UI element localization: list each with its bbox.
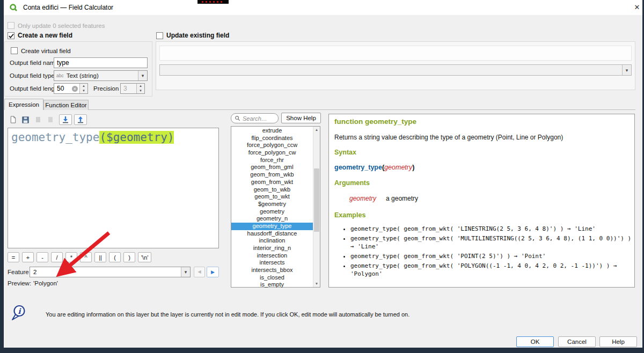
function-list-item[interactable]: geom_to_wkt	[231, 193, 313, 201]
close-button[interactable]: ✕	[627, 0, 644, 15]
output-field-type-label: Output field type	[10, 72, 55, 79]
help-title: function geometry_type	[334, 117, 416, 126]
function-help-panel: function geometry_type Returns a string …	[328, 114, 635, 288]
expression-function-token: geometry_type	[11, 131, 99, 144]
ok-button[interactable]: OK	[516, 336, 554, 347]
function-list-scrollbar[interactable]: ▲ ▼	[313, 127, 320, 287]
tab-function-editor[interactable]: Function Editor	[43, 100, 89, 110]
function-list-item[interactable]: force_polygon_cw	[231, 149, 313, 157]
argument-name: geometry	[349, 195, 376, 202]
chevron-down-icon: ▾	[622, 65, 631, 75]
checkbox-only-update-selected: Only update 0 selected features	[8, 22, 105, 29]
checkbox-label: Create a new field	[18, 32, 72, 39]
screen-artifact	[197, 0, 229, 4]
operator-button[interactable]: '\n'	[138, 252, 151, 262]
scroll-thumb[interactable]	[314, 168, 319, 232]
operator-button[interactable]: +	[22, 252, 34, 262]
new-expression-button[interactable]	[8, 114, 19, 125]
search-input[interactable]	[243, 115, 273, 122]
clear-icon[interactable]: ✕	[72, 86, 78, 92]
spin-down-icon: ▼	[137, 89, 144, 93]
function-list-panel: extrudeflip_coordinatesforce_polygon_ccw…	[231, 126, 320, 288]
operator-button[interactable]: =	[8, 252, 19, 262]
function-list-item[interactable]: intersects_bbox	[231, 267, 313, 274]
syntax-function-name: geometry_type	[334, 164, 382, 171]
preview-row: Preview:'Polygon'	[8, 280, 58, 286]
tab-expression[interactable]: Expression	[4, 99, 43, 110]
operator-button[interactable]: -	[36, 252, 48, 262]
operator-button[interactable]: ^	[80, 252, 92, 262]
info-icon: i	[10, 304, 29, 321]
function-list-item[interactable]: geom_from_gml	[231, 164, 313, 171]
function-list-item[interactable]: intersects	[231, 259, 313, 267]
checkbox-create-new-field[interactable]: Create a new field	[8, 32, 72, 39]
function-list-item[interactable]: geom_from_wkt	[231, 179, 313, 186]
checkbox-create-virtual-field[interactable]: Create virtual field	[11, 47, 71, 54]
function-list-item[interactable]: extrude	[231, 127, 313, 135]
function-list-item[interactable]: force_polygon_ccw	[231, 142, 313, 149]
output-field-name-label: Output field name	[10, 60, 58, 66]
cancel-button[interactable]: Cancel	[558, 336, 596, 347]
function-list-item[interactable]: is_empty	[231, 281, 313, 289]
function-list-item[interactable]: $geometry	[231, 201, 313, 208]
edit-mode-message: You are editing information on this laye…	[46, 311, 409, 318]
pencil-icon	[34, 116, 42, 123]
import-expression-button[interactable]	[59, 114, 72, 125]
example-item: geometry_type( geom_from_wkt( 'LINESTRIN…	[350, 225, 632, 233]
checkbox-update-existing-field[interactable]: Update existing field	[156, 32, 229, 39]
function-list-item[interactable]: is_closed	[231, 274, 313, 282]
spinner-arrows[interactable]: ▲ ▼	[79, 84, 87, 93]
help-button[interactable]: Help	[599, 336, 637, 347]
screen-artifact-marks	[202, 1, 224, 3]
show-help-button[interactable]: Show Help	[281, 113, 321, 123]
scroll-up-button[interactable]: ▲	[313, 127, 320, 133]
save-icon	[21, 116, 30, 124]
checkbox-box	[8, 22, 14, 29]
output-field-name-input[interactable]	[54, 57, 148, 68]
document-icon	[9, 115, 17, 124]
operator-button[interactable]: )	[123, 252, 135, 262]
export-expression-button[interactable]	[74, 114, 87, 125]
scroll-down-button[interactable]: ▼	[313, 281, 320, 287]
save-expression-button[interactable]	[20, 114, 31, 125]
function-list-item[interactable]: geom_from_wkb	[231, 171, 313, 179]
feature-next-button[interactable]: ▶	[207, 267, 219, 277]
operator-button[interactable]: ||	[94, 252, 106, 262]
output-field-type-select[interactable]: abc Text (string) ▾	[54, 70, 148, 81]
feature-select[interactable]: 2 ▾	[30, 267, 191, 277]
function-list-item[interactable]: interior_ring_n	[231, 245, 313, 252]
syntax-argument: geometry	[384, 164, 412, 171]
existing-field-select: ▾	[159, 64, 632, 76]
checkbox-box	[11, 47, 18, 54]
spin-up-icon: ▲	[137, 84, 144, 89]
spinner-arrows: ▲ ▼	[136, 84, 144, 93]
operator-button[interactable]: (	[109, 252, 121, 262]
checkbox-label: Create virtual field	[21, 48, 71, 54]
operator-button[interactable]: /	[51, 252, 63, 262]
checkbox-label: Update existing field	[166, 32, 229, 39]
operator-button[interactable]: *	[65, 252, 77, 262]
chevron-down-icon: ▾	[181, 267, 190, 277]
function-list-item[interactable]: geometry	[231, 208, 313, 216]
expression-editor[interactable]: geometry_type($geometry)	[8, 128, 219, 248]
existing-field-empty-area	[159, 46, 632, 61]
function-list-item[interactable]: geometry_type	[231, 223, 313, 230]
function-list-item[interactable]: hausdorff_distance	[231, 230, 313, 238]
precision-spinner: 3 ▲ ▼	[120, 83, 145, 94]
checkbox-label: Only update 0 selected features	[18, 23, 105, 29]
example-item: geometry_type( geom_from_wkt( 'POINT(2 5…	[350, 252, 632, 260]
output-field-length-spinner[interactable]: 50 ✕ ▲ ▼	[54, 83, 88, 94]
precision-value: 3	[121, 85, 136, 92]
function-list-item[interactable]: force_rhr	[231, 157, 313, 164]
function-search[interactable]	[231, 113, 279, 123]
function-list-item[interactable]: inclination	[231, 237, 313, 245]
example-item: geometry_type( geom_from_wkt( 'POLYGON((…	[350, 262, 632, 278]
update-existing-field-group: ▾	[156, 41, 635, 90]
syntax-heading: Syntax	[334, 149, 356, 156]
function-list-item[interactable]: intersection	[231, 252, 313, 260]
function-list-item[interactable]: geom_to_wkb	[231, 186, 313, 194]
function-list-item[interactable]: flip_coordinates	[231, 135, 313, 142]
close-icon: ✕	[634, 3, 640, 11]
operator-buttons: =+-/*^||()'\n'	[8, 252, 151, 262]
function-list-item[interactable]: geometry_n	[231, 215, 313, 223]
